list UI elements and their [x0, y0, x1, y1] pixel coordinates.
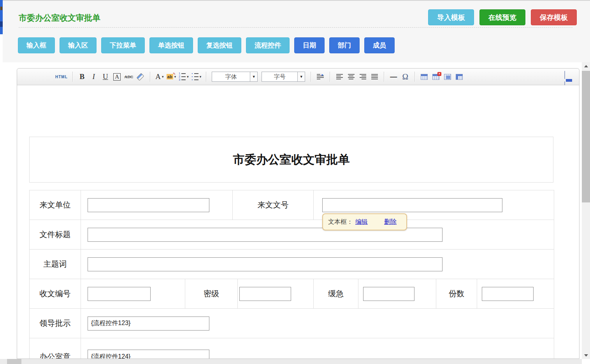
- tooltip-delete-link[interactable]: 删除: [384, 218, 397, 226]
- align-left-icon: [336, 74, 343, 79]
- tooltip-label: 文本框：: [328, 218, 353, 226]
- font-color-icon: A: [155, 72, 161, 81]
- highlight-icon: ab: [167, 74, 173, 79]
- horizontal-rule-button[interactable]: —: [389, 71, 398, 82]
- table-row: 领导批示: [30, 309, 554, 338]
- align-justify-button[interactable]: [370, 71, 379, 82]
- toolbar-separator: [72, 72, 73, 82]
- add-dropdown-button[interactable]: 下拉菜单: [101, 37, 145, 53]
- remove-format-button[interactable]: [136, 71, 145, 82]
- page: 市委办公室收文审批单 导入模板 在线预览 保存模板 输入框 输入区 下拉菜单 单…: [0, 0, 590, 364]
- align-right-button[interactable]: [358, 71, 367, 82]
- leader-instructions-input[interactable]: [88, 317, 209, 331]
- save-template-button[interactable]: 保存模板: [531, 9, 577, 25]
- font-size-select[interactable]: 字号 ▼: [262, 72, 305, 82]
- scrollbar-thumb[interactable]: [582, 71, 590, 202]
- align-center-icon: [348, 74, 355, 79]
- form-table: 来文单位 来文文号 文件标题 主题词: [29, 190, 554, 359]
- font-family-select[interactable]: 字体 ▼: [212, 72, 258, 82]
- add-date-button[interactable]: 日期: [294, 37, 325, 53]
- cell: [81, 338, 554, 359]
- rich-text-editor: HTML B I U A ABC A▾ ab▾ 1 2 3 ▾ • •: [17, 68, 579, 359]
- chevron-down-icon: ▾: [200, 75, 202, 79]
- table-row-props-button[interactable]: [455, 71, 464, 82]
- chevron-down-icon: ▾: [187, 75, 189, 79]
- table-cell-props-icon: [444, 74, 451, 80]
- label-urgency: 缓急: [314, 279, 358, 308]
- scroll-up-arrow[interactable]: [582, 62, 590, 70]
- table-row: 主题词: [30, 250, 554, 279]
- align-center-button[interactable]: [346, 71, 356, 82]
- html-source-button[interactable]: HTML: [55, 71, 68, 82]
- add-checkbox-button[interactable]: 复选按钮: [198, 37, 241, 53]
- add-member-button[interactable]: 成员: [364, 37, 395, 53]
- toolbar-separator: [150, 72, 150, 82]
- special-char-button[interactable]: Ω: [400, 71, 410, 82]
- ordered-list-icon: 1 2 3: [178, 72, 186, 81]
- add-radio-button[interactable]: 单选按钮: [149, 37, 193, 53]
- add-department-button[interactable]: 部门: [329, 37, 360, 53]
- header: 市委办公室收文审批单 导入模板 在线预览 保存模板 输入框 输入区 下拉菜单 单…: [3, 1, 590, 62]
- cell: [238, 279, 314, 308]
- add-input-box-button[interactable]: 输入框: [18, 37, 55, 53]
- font-color-button[interactable]: A▾: [155, 71, 164, 82]
- bottom-bar-block: [7, 359, 21, 364]
- tooltip-edit-link[interactable]: 编辑: [355, 218, 368, 226]
- unordered-list-button[interactable]: • • • ▾: [191, 71, 202, 82]
- label-subject-words: 主题词: [30, 250, 81, 279]
- font-style-box-button[interactable]: A: [113, 73, 121, 81]
- chevron-down-icon: ▼: [297, 72, 305, 81]
- vertical-scrollbar[interactable]: [582, 62, 590, 359]
- incoming-doc-number-input[interactable]: [322, 198, 502, 212]
- form-title-cell[interactable]: 市委办公室收文审批单: [29, 137, 553, 183]
- align-left-button[interactable]: [335, 71, 344, 82]
- ordered-list-button[interactable]: 1 2 3 ▾: [178, 71, 189, 82]
- toolbar-separator: [414, 72, 415, 82]
- delete-table-icon: ✕: [432, 74, 439, 80]
- subject-words-input[interactable]: [88, 257, 442, 271]
- editor-toolbar: HTML B I U A ABC A▾ ab▾ 1 2 3 ▾ • •: [17, 69, 579, 85]
- editor-document[interactable]: 市委办公室收文审批单 来文单位 来文文号 文件标题: [17, 85, 579, 359]
- receipt-number-input[interactable]: [88, 287, 151, 301]
- font-size-value: 字号: [262, 73, 297, 81]
- highlight-color-button[interactable]: ab▾: [167, 71, 176, 82]
- toolbar-separator: [384, 72, 384, 82]
- control-tooltip: 文本框： 编辑 删除: [322, 213, 407, 230]
- incoming-unit-input[interactable]: [88, 198, 209, 212]
- copies-input[interactable]: [482, 287, 534, 301]
- office-opinion-input[interactable]: [88, 350, 209, 359]
- indent-icon: [317, 74, 324, 79]
- strikethrough-button[interactable]: ABC: [124, 71, 133, 82]
- add-flow-control-button[interactable]: 流程控件: [246, 37, 290, 53]
- table-cell-props-button[interactable]: [443, 71, 452, 82]
- background-window-edge: [0, 0, 3, 34]
- table-row: 文件标题: [30, 220, 554, 250]
- eraser-icon: [137, 73, 144, 81]
- label-office-opinion: 办公室意见: [30, 338, 81, 359]
- label-security-level: 密级: [185, 279, 238, 308]
- italic-button[interactable]: I: [89, 71, 98, 82]
- underline-button[interactable]: U: [101, 71, 110, 82]
- cell: [81, 279, 185, 308]
- security-level-input[interactable]: [239, 287, 291, 301]
- toolbar-separator: [206, 72, 206, 82]
- toolbar-separator: [311, 72, 311, 82]
- align-justify-icon: [371, 74, 378, 79]
- delete-table-button[interactable]: ✕: [431, 71, 441, 82]
- header-actions: 导入模板 在线预览 保存模板: [428, 9, 577, 25]
- bold-button[interactable]: B: [77, 71, 87, 82]
- online-preview-button[interactable]: 在线预览: [479, 9, 525, 25]
- insert-table-button[interactable]: [420, 71, 429, 82]
- insert-table-icon: [421, 74, 428, 80]
- label-doc-title: 文件标题: [30, 220, 81, 249]
- label-copies: 份数: [436, 279, 477, 308]
- import-template-button[interactable]: 导入模板: [428, 9, 474, 25]
- fullscreen-button[interactable]: [564, 72, 574, 79]
- unordered-list-icon: • • •: [191, 72, 198, 81]
- indent-button[interactable]: [316, 71, 325, 82]
- urgency-input[interactable]: [363, 287, 414, 301]
- triangle-down-icon: [584, 354, 588, 357]
- scroll-down-arrow[interactable]: [582, 352, 590, 359]
- bottom-bar: [0, 359, 582, 364]
- add-textarea-button[interactable]: 输入区: [60, 37, 97, 53]
